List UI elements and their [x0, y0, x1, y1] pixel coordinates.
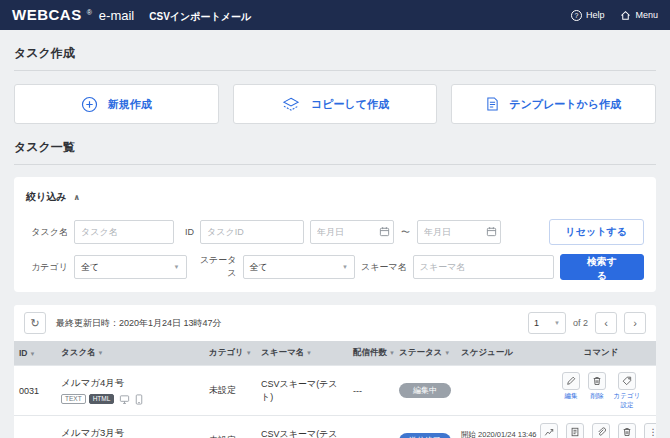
page-current-value: 1: [534, 318, 539, 328]
prev-page-button[interactable]: ‹: [595, 312, 617, 334]
chart-icon: [540, 423, 558, 438]
section-title-task-list: タスク一覧: [14, 130, 656, 165]
schema-label: スキーマ名: [361, 261, 407, 274]
delivery-log-button[interactable]: 配信ログ: [564, 423, 586, 438]
column-header-task-name[interactable]: タスク名▼: [56, 341, 204, 366]
paperclip-icon: [592, 423, 610, 438]
task-name-input[interactable]: [74, 220, 174, 244]
filter-panel: 絞り込み ∧ タスク名 ID 〜 リセットする: [14, 177, 656, 292]
count-cell: ---: [348, 366, 394, 416]
refresh-button[interactable]: ↻: [24, 312, 46, 334]
category-select[interactable]: 全て ▼: [74, 255, 187, 279]
table-header-row: ID▼ タスク名▼ カテゴリ▼ スキーマ名▼ 配信件数▼ ステータス▼ スケジュ…: [14, 341, 656, 366]
chevron-left-icon: ‹: [604, 317, 608, 329]
topbar: WEBCAS ® e-mail CSVインポートメール ? Help Menu: [0, 0, 670, 30]
reset-button[interactable]: リセットする: [549, 219, 644, 245]
schedule-cell: [456, 366, 546, 416]
column-header-count[interactable]: 配信件数▼: [348, 341, 394, 366]
task-name-text[interactable]: メルマガ3月号: [61, 427, 199, 438]
table-row: 0031 メルマガ4月号 TEXT HTML: [14, 366, 656, 416]
create-template-label: テンプレートから作成: [509, 97, 621, 112]
refresh-icon: ↻: [30, 317, 39, 330]
column-header-schema[interactable]: スキーマ名▼: [256, 341, 348, 366]
menu-label: Menu: [635, 10, 658, 20]
create-template-button[interactable]: テンプレートから作成: [451, 84, 656, 124]
column-header-command: コマンド: [546, 341, 656, 366]
status-select[interactable]: 全て ▼: [243, 255, 356, 279]
delete-button[interactable]: 削除: [616, 423, 638, 438]
topbar-actions: ? Help Menu: [571, 10, 658, 21]
sort-icon: ▼: [306, 350, 312, 356]
filter-row-2: カテゴリ 全て ▼ ステータス 全て ▼ スキーマ名 検索する: [26, 254, 644, 280]
pagination: 1 ▼ of 2 ‹ ›: [528, 312, 646, 334]
help-link[interactable]: ? Help: [571, 10, 605, 21]
category-selected-value: 全て: [81, 261, 99, 274]
status-cell: 編集中: [394, 366, 456, 416]
table-row: 0029 メルマガ3月号 TEXT HTML: [14, 416, 656, 438]
sort-icon: ▼: [98, 350, 104, 356]
command-cell: 編集 削除: [546, 366, 656, 416]
column-header-id[interactable]: ID▼: [14, 341, 56, 366]
search-button[interactable]: 検索する: [560, 254, 644, 280]
task-table: ID▼ タスク名▼ カテゴリ▼ スキーマ名▼ 配信件数▼ ステータス▼ スケジュ…: [14, 341, 656, 438]
chevron-right-icon: ›: [633, 317, 637, 329]
column-header-category[interactable]: カテゴリ▼: [204, 341, 256, 366]
status-selected-value: 全て: [250, 261, 268, 274]
last-updated-text: 最終更新日時：2020年1月24日 13時47分: [56, 317, 222, 330]
task-name-cell: メルマガ3月号 TEXT HTML: [56, 416, 204, 438]
filter-title: 絞り込み: [26, 190, 66, 204]
home-icon: [620, 10, 631, 21]
analyze-button[interactable]: 分析: [538, 423, 560, 438]
schedule-start: 開始 2020/01/24 13:46: [461, 429, 541, 438]
create-new-button[interactable]: 新規作成: [14, 84, 219, 124]
edit-icon: [562, 372, 580, 390]
category-settings-button[interactable]: カテゴリ設定: [612, 372, 642, 408]
sort-icon: ▼: [444, 350, 450, 356]
app-name: CSVインポートメール: [149, 10, 251, 24]
main-content: タスク作成 新規作成 コピーして作成 テンプレートから作成 タスク一覧 絞り込み…: [0, 30, 670, 438]
create-copy-button[interactable]: コピーして作成: [233, 84, 438, 124]
filter-collapse-toggle[interactable]: 絞り込み ∧: [26, 185, 644, 210]
edit-button[interactable]: 編集: [560, 372, 582, 400]
chevron-down-icon: ▼: [554, 320, 560, 326]
filter-row-1: タスク名 ID 〜 リセットする: [26, 219, 644, 245]
more-dots-icon: ⋮: [644, 423, 656, 438]
delete-button[interactable]: 削除: [586, 372, 608, 400]
calendar-icon[interactable]: [379, 226, 390, 237]
product-name: e-mail: [99, 8, 134, 23]
schedule-cell: 開始 2020/01/24 13:46 終了 2020/01/24 13:46: [456, 416, 546, 438]
chevron-down-icon: ▼: [174, 264, 180, 270]
log-document-icon: [566, 423, 584, 438]
menu-link[interactable]: Menu: [620, 10, 658, 21]
status-cell: 送信終了: [394, 416, 456, 438]
schema-cell: CSVスキーマ(テスト): [256, 366, 348, 416]
create-actions: 新規作成 コピーして作成 テンプレートから作成: [14, 84, 656, 124]
command-cell: 分析 配信ログ: [546, 416, 656, 438]
create-copy-label: コピーして作成: [311, 97, 389, 112]
status-badge: 編集中: [399, 383, 451, 399]
column-header-schedule: スケジュール: [456, 341, 546, 366]
schema-input[interactable]: [413, 255, 554, 279]
view-button[interactable]: 参照: [590, 423, 612, 438]
task-id-input[interactable]: [200, 220, 304, 244]
pc-icon: [119, 394, 130, 405]
next-page-button[interactable]: ›: [624, 312, 646, 334]
task-name-text[interactable]: メルマガ4月号: [61, 377, 199, 390]
category-cell: 未設定: [204, 416, 256, 438]
task-id-label: ID: [180, 227, 194, 237]
webcas-logo: WEBCAS: [12, 6, 82, 23]
list-toolbar: ↻ 最終更新日時：2020年1月24日 13時47分 1 ▼ of 2 ‹ ›: [14, 305, 656, 341]
calendar-icon[interactable]: [486, 226, 497, 237]
count-cell: 11: [348, 416, 394, 438]
chevron-up-icon: ∧: [73, 193, 80, 202]
column-header-status[interactable]: ステータス▼: [394, 341, 456, 366]
brand: WEBCAS ® e-mail CSVインポートメール: [12, 6, 251, 24]
trash-icon: [588, 372, 606, 390]
date-to-wrap: [417, 220, 501, 244]
more-button[interactable]: ⋮ その他: [642, 423, 656, 438]
date-from-wrap: [310, 220, 394, 244]
category-label: カテゴリ: [26, 261, 68, 274]
plus-circle-icon: [81, 96, 98, 113]
task-name-cell: メルマガ4月号 TEXT HTML: [56, 366, 204, 416]
page-select[interactable]: 1 ▼: [528, 312, 566, 334]
